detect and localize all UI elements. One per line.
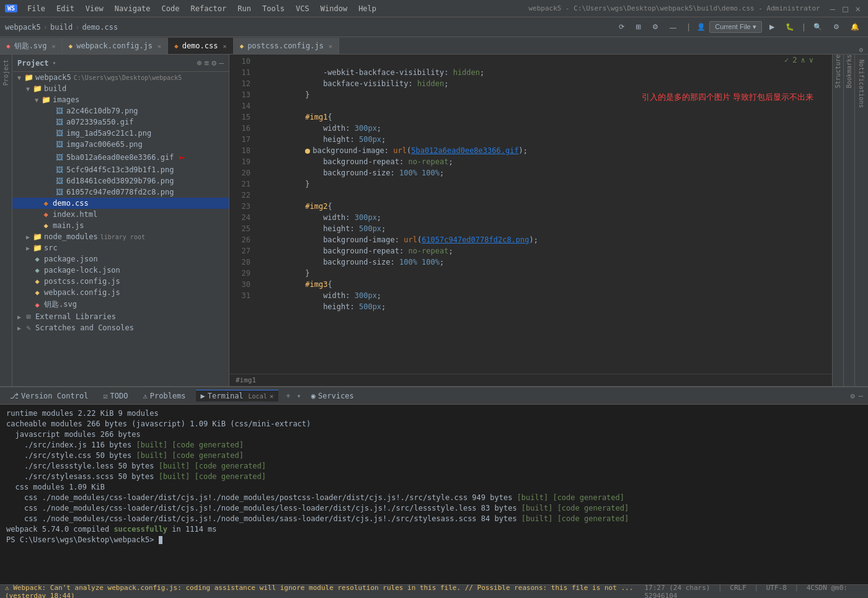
terminal-local-label: Local (249, 393, 267, 400)
structure-label[interactable]: Structure (835, 55, 841, 93)
tree-arrow-webpack5[interactable]: ▼ (15, 74, 24, 81)
problems-label: Problems (150, 392, 186, 400)
tab-svg-close[interactable]: ✕ (52, 43, 56, 50)
tree-arrow-src[interactable]: ▶ (24, 245, 32, 252)
menu-refactor[interactable]: Refactor (185, 3, 231, 14)
tree-item-main-js[interactable]: ◆ main.js (12, 220, 229, 231)
locate-file-button[interactable]: ⊕ (197, 58, 202, 68)
tree-item-images[interactable]: ▼ 📁 images (12, 94, 229, 105)
tree-item-build[interactable]: ▼ 📁 build (12, 83, 229, 94)
debug-button[interactable]: 🐛 (782, 22, 798, 32)
tab-version-control[interactable]: ⎇ Version Control (5, 390, 93, 402)
tree-icon-svg: ◆ (32, 301, 42, 309)
menu-bar[interactable]: File Edit View Navigate Code Refactor Ru… (22, 3, 381, 14)
tree-item-external-libraries[interactable]: ▶ ⊞ External Libraries (12, 311, 229, 322)
tree-item-imga7ac[interactable]: 🖼 imga7ac006e65.png (12, 139, 229, 150)
terminal-minimize-icon[interactable]: — (859, 392, 863, 400)
tree-item-demo-css[interactable]: ◆ demo.css (12, 198, 229, 209)
tab-problems[interactable]: ⚠ Problems (138, 390, 191, 402)
tree-item-61057c[interactable]: 🖼 61057c947ed0778fd2c8.png (12, 187, 229, 198)
terminal-close[interactable]: ✕ (270, 392, 274, 400)
tree-item-scratches[interactable]: ▶ ✎ Scratches and Consoles (12, 322, 229, 333)
menu-run[interactable]: Run (232, 3, 256, 14)
tab-terminal[interactable]: ▶ Terminal Local ✕ (196, 390, 279, 402)
line-num-27: 27 (229, 245, 250, 257)
tree-item-5cfc9d[interactable]: 🖼 5cfc9d4f5c13c3d9b1f1.png (12, 164, 229, 175)
tree-arrow-ext-lib[interactable]: ▶ (15, 314, 24, 320)
sidebar-actions: ⊕ ≡ ⚙ — (197, 58, 224, 68)
menu-view[interactable]: View (81, 3, 108, 14)
menu-code[interactable]: Code (157, 3, 185, 14)
window-controls[interactable]: — □ ✕ (828, 4, 863, 14)
tree-item-package-json[interactable]: ◆ package.json (12, 253, 229, 265)
tab-postcss[interactable]: ◆ postcss.config.js ✕ (234, 38, 339, 54)
tree-item-webpack-config[interactable]: ◆ webpack.config.js (12, 287, 229, 298)
tab-webpack[interactable]: ◆ webpack.config.js ✕ (63, 38, 168, 54)
tree-suffix-library: library root (100, 234, 145, 240)
breadcrumb-project[interactable]: webpack5 (5, 23, 41, 32)
tree-item-5ba012[interactable]: 🖼 5ba012a6ead0ee8e3366.gif ← (12, 150, 229, 164)
tree-arrow-build[interactable]: ▼ (24, 86, 32, 92)
search-button[interactable]: 🔍 (810, 22, 826, 32)
tab-demo-css[interactable]: ◆ demo.css ✕ (168, 38, 233, 54)
collapse-button[interactable]: — (666, 22, 680, 32)
minimize-button[interactable]: — (828, 4, 838, 14)
sidebar-dropdown[interactable]: ▾ (53, 59, 56, 66)
code-line-17: background-image: url(5ba012a6ead0ee8e33… (260, 134, 832, 145)
menu-tools[interactable]: Tools (257, 3, 290, 14)
menu-vcs[interactable]: VCS (291, 3, 314, 14)
project-strip-label[interactable]: Project (2, 55, 9, 90)
tab-webpack-close[interactable]: ✕ (157, 43, 161, 50)
tree-arrow-images[interactable]: ▼ (32, 97, 41, 103)
menu-navigate[interactable]: Navigate (110, 3, 156, 14)
menu-file[interactable]: File (22, 3, 50, 14)
terminal-add-tab[interactable]: + (286, 392, 290, 400)
sync-button[interactable]: ⟳ (615, 22, 628, 32)
tab-postcss-close[interactable]: ✕ (329, 43, 332, 50)
tree-item-6d18461[interactable]: 🖼 6d18461ce0d38929b796.png (12, 175, 229, 187)
tree-item-package-lock[interactable]: ◆ package-lock.json (12, 265, 229, 276)
line-num-25: 25 (229, 223, 250, 234)
sidebar-close-button[interactable]: — (219, 58, 224, 68)
terminal-dropdown[interactable]: ▾ (297, 392, 301, 400)
tree-item-postcss-config[interactable]: ◆ postcss.config.js (12, 276, 229, 287)
tree-item-img1ad5[interactable]: 🖼 img_1ad5a9c21c1.png (12, 128, 229, 139)
tab-services[interactable]: ◉ Services (306, 390, 359, 402)
tab-bar-settings[interactable]: ⚙ (859, 46, 863, 54)
tree-item-node-modules[interactable]: ▶ 📁 node_modules library root (12, 231, 229, 242)
notifications-button[interactable]: 🔔 (847, 22, 863, 32)
line-num-26: 26 (229, 234, 250, 245)
services-icon: ◉ (311, 392, 316, 400)
tree-arrow-node-modules[interactable]: ▶ (24, 234, 32, 240)
tree-item-svg-file[interactable]: ◆ 钥匙.svg (12, 298, 229, 311)
ide-settings-button[interactable]: ⚙ (830, 22, 843, 32)
bookmarks-label[interactable]: Bookmarks (846, 55, 852, 93)
tab-demo-close[interactable]: ✕ (223, 43, 226, 50)
sidebar-menu-button[interactable]: ⚙ (211, 58, 216, 68)
tree-item-webpack5-root[interactable]: ▼ 📁 webpack5 C:\Users\wgs\Desktop\webpac… (12, 72, 229, 83)
tab-demo-icon: ◆ (174, 42, 179, 50)
settings-button[interactable]: ⚙ (649, 22, 662, 32)
code-editor[interactable]: 引入的是多的那四个图片 导致打包后显示不出来 ✓ 2 ∧ ∨ -webkit-b… (254, 55, 832, 374)
run-button[interactable]: ▶ (766, 22, 778, 32)
tree-arrow-scratches[interactable]: ▶ (15, 325, 24, 332)
maximize-button[interactable]: □ (840, 4, 850, 14)
breadcrumb-build[interactable]: build (50, 23, 73, 32)
tree-item-index-html[interactable]: ◆ index.html (12, 209, 229, 220)
tree-item-a072339[interactable]: 🖼 a072339a550.gif (12, 117, 229, 128)
terminal-panel: ⎇ Version Control ☑ TODO ⚠ Problems ▶ Te… (0, 386, 868, 584)
menu-window[interactable]: Window (316, 3, 352, 14)
breadcrumb-file[interactable]: demo.css (82, 23, 118, 32)
layout-button[interactable]: ⊞ (632, 22, 645, 32)
tree-item-src[interactable]: ▶ 📁 src (12, 242, 229, 253)
collapse-all-button[interactable]: ≡ (205, 58, 210, 68)
tree-item-a2c46c[interactable]: 🖼 a2c46c10db79.png (12, 105, 229, 117)
notifications-label[interactable]: Notifications (858, 55, 865, 113)
tab-todo[interactable]: ☑ TODO (98, 390, 133, 402)
menu-help[interactable]: Help (353, 3, 381, 14)
tab-svg[interactable]: ◆ 钥匙.svg ✕ (0, 38, 63, 54)
terminal-settings-icon[interactable]: ⚙ (851, 392, 855, 400)
current-file-button[interactable]: Current File ▾ (709, 21, 762, 33)
menu-edit[interactable]: Edit (51, 3, 79, 14)
close-button[interactable]: ✕ (853, 4, 863, 14)
